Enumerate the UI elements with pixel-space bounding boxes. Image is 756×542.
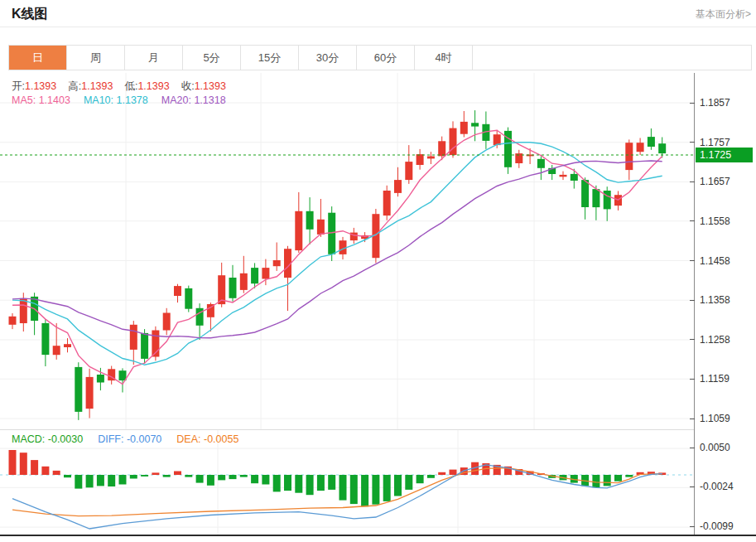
price-axis-label-tick	[690, 103, 695, 104]
price-axis-label-tick	[690, 379, 695, 380]
close-value: 1.1393	[195, 80, 226, 92]
ma10-legend: MA10: 1.1378	[84, 94, 148, 106]
price-axis-label: 1.1059	[700, 412, 730, 425]
macd-axis-label: 0.0050	[700, 441, 730, 454]
open-value: 1.1393	[25, 80, 56, 92]
candlestick-chart[interactable]	[0, 73, 694, 429]
macd-axis-label-tick	[690, 486, 695, 487]
macd-axis-label: -0.0099	[700, 520, 734, 533]
period-tabbar: 日周月5分15分30分60分4时	[8, 45, 752, 70]
macd-legend-row: MACD: -0.0030DIFF: -0.0070DEA: -0.0055	[12, 433, 253, 445]
price-axis-label-tick	[690, 181, 695, 182]
tab-日[interactable]: 日	[9, 46, 67, 70]
price-axis-label-tick	[690, 142, 695, 143]
header-divider	[0, 27, 756, 27]
price-axis-label-tick	[690, 339, 695, 340]
price-axis-label: 1.1258	[700, 333, 730, 346]
tab-5分[interactable]: 5分	[183, 46, 241, 70]
dea-legend: DEA: -0.0055	[176, 433, 238, 445]
price-axis-label: 1.1657	[700, 175, 730, 188]
candlestick-plot[interactable]	[0, 73, 694, 429]
chart-bottom-border	[0, 535, 756, 536]
ma20-legend: MA20: 1.1318	[161, 94, 226, 106]
macd-axis-label-tick	[690, 526, 695, 527]
price-axis-label: 1.1458	[700, 254, 730, 268]
tab-15分[interactable]: 15分	[241, 46, 299, 70]
price-axis-label-tick	[690, 260, 695, 261]
price-axis-label: 1.1159	[700, 372, 730, 385]
price-axis-label-tick	[690, 419, 695, 419]
price-axis-label-tick	[690, 220, 695, 221]
macd-axis-label-tick	[690, 448, 695, 448]
tab-周[interactable]: 周	[67, 46, 125, 70]
open-label: 开:	[12, 80, 25, 92]
last-price-badge: 1.1725	[696, 148, 753, 162]
price-axis-label: 1.1857	[700, 96, 730, 109]
low-label: 低:	[124, 80, 137, 92]
price-axis-label: 1.1558	[700, 215, 730, 228]
macd-legend: MACD: -0.0030	[12, 433, 83, 445]
tab-30分[interactable]: 30分	[299, 46, 357, 70]
high-label: 高:	[68, 80, 81, 92]
ohlc-row: 开:1.1393高:1.1393低:1.1393收:1.1393	[12, 80, 238, 94]
diff-legend: DIFF: -0.0070	[98, 433, 161, 445]
fundamental-analysis-link[interactable]: 基本面分析>	[696, 7, 751, 22]
macd-plot[interactable]	[0, 430, 694, 536]
tabbar-filler	[473, 46, 751, 70]
tab-60分[interactable]: 60分	[357, 46, 415, 70]
low-value: 1.1393	[137, 80, 169, 92]
macd-panel[interactable]	[0, 429, 694, 537]
tab-4时[interactable]: 4时	[415, 46, 473, 70]
page-title: K线图	[12, 6, 48, 23]
ma-legend-row: MA5: 1.1403MA10: 1.1378MA20: 1.1318	[12, 94, 226, 106]
high-value: 1.1393	[81, 80, 113, 92]
price-axis-label-tick	[690, 300, 695, 301]
tab-月[interactable]: 月	[125, 46, 183, 70]
ma5-legend: MA5: 1.1403	[12, 94, 70, 106]
macd-axis-label: -0.0024	[700, 480, 734, 493]
price-axis-label: 1.1358	[700, 293, 730, 307]
close-label: 收:	[181, 80, 195, 92]
kline-app: K线图 基本面分析> 日周月5分15分30分60分4时 开:1.1393高:1.…	[0, 0, 756, 542]
